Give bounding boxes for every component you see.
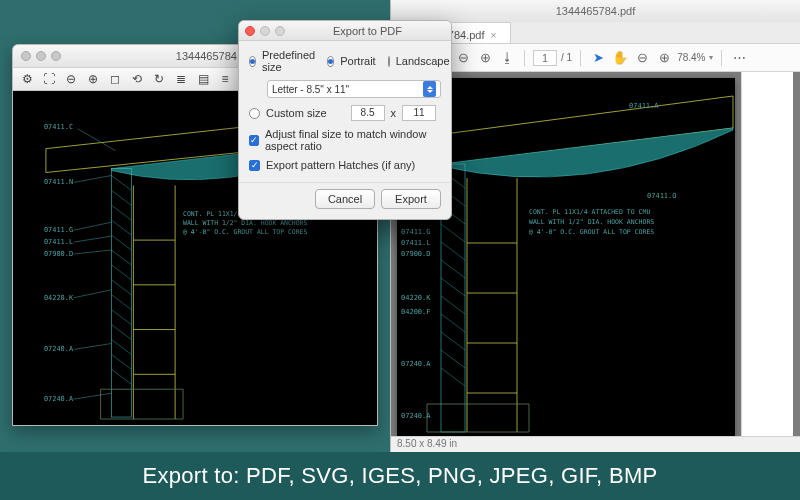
pdf-label: 07240.A bbox=[401, 360, 431, 368]
zoom-out-icon[interactable]: ⊖ bbox=[61, 70, 81, 88]
layers-icon[interactable]: ≣ bbox=[171, 70, 191, 88]
caption-text: Export to: PDF, SVG, IGES, PNG, JPEG, GI… bbox=[142, 463, 657, 489]
chevron-updown-icon bbox=[423, 81, 436, 97]
aspect-ratio-label: Adjust final size to match window aspect… bbox=[265, 128, 441, 152]
svg-line-27 bbox=[441, 224, 465, 242]
pdf-side-panel bbox=[741, 72, 793, 436]
svg-line-34 bbox=[441, 350, 465, 368]
zoom-out-icon[interactable]: ⊖ bbox=[454, 49, 472, 67]
svg-line-28 bbox=[441, 242, 465, 260]
zoom-in-icon[interactable]: ⊕ bbox=[83, 70, 103, 88]
cursor-icon[interactable]: ➤ bbox=[589, 49, 607, 67]
pdf-label: 07411.G bbox=[401, 228, 431, 236]
pdf-status-bar: 8.50 x 8.49 in bbox=[391, 436, 800, 452]
download-icon[interactable]: ⭳ bbox=[498, 49, 516, 67]
pdf-note: CONT. PL 11X1/4 ATTACHED TO CMU bbox=[529, 208, 650, 216]
pdf-note: @ 4'-0" O.C. GROUT ALL TOP CORES bbox=[529, 228, 654, 236]
svg-line-12 bbox=[112, 340, 132, 355]
dialog-title: Export to PDF bbox=[290, 25, 445, 37]
export-to-pdf-dialog: Export to PDF Predefined size Portrait L… bbox=[238, 20, 452, 220]
cad-label: 07411.N bbox=[44, 178, 73, 186]
svg-line-11 bbox=[112, 325, 132, 340]
pdf-page-dimensions: 8.50 x 8.49 in bbox=[397, 438, 457, 449]
pdf-label: 07411.O bbox=[647, 192, 677, 200]
pdf-titlebar: 1344465784.pdf bbox=[391, 0, 800, 22]
pdf-page-area[interactable]: 07411.A 07411.O 07411.G 07411.L 07900.D … bbox=[391, 72, 800, 436]
zoom-icon[interactable] bbox=[51, 51, 61, 61]
pdf-note: WALL WITH 1/2" DIA. HOOK ANCHORS bbox=[529, 218, 654, 226]
svg-line-14 bbox=[112, 369, 132, 384]
by-label: x bbox=[391, 107, 397, 119]
landscape-label: Landscape bbox=[396, 55, 450, 67]
svg-line-17 bbox=[74, 222, 112, 230]
predefined-size-label: Predefined size bbox=[262, 49, 315, 73]
redraw-icon[interactable]: ≡ bbox=[215, 70, 235, 88]
dialog-titlebar: Export to PDF bbox=[239, 21, 451, 41]
svg-line-4 bbox=[112, 220, 132, 235]
zoom-percent[interactable]: 78.4% bbox=[677, 52, 705, 63]
landscape-radio[interactable] bbox=[388, 56, 390, 67]
aspect-ratio-checkbox[interactable] bbox=[249, 135, 259, 146]
svg-line-16 bbox=[74, 175, 112, 182]
svg-line-32 bbox=[441, 314, 465, 332]
custom-width-field[interactable]: 8.5 bbox=[351, 105, 385, 121]
zoom-out-icon[interactable]: ⊖ bbox=[633, 49, 651, 67]
cancel-button[interactable]: Cancel bbox=[315, 189, 375, 209]
paper-size-select[interactable]: Letter - 8.5" x 11" bbox=[267, 80, 441, 98]
page-current-field[interactable]: 1 bbox=[533, 50, 557, 66]
svg-line-15 bbox=[78, 129, 116, 151]
export-hatches-label: Export pattern Hatches (if any) bbox=[266, 159, 415, 171]
svg-line-10 bbox=[112, 310, 132, 325]
pdf-window-title: 1344465784.pdf bbox=[556, 5, 636, 17]
zoom-in-icon[interactable]: ⊕ bbox=[476, 49, 494, 67]
cad-label: 07411.C bbox=[44, 123, 73, 131]
minimize-icon bbox=[260, 26, 270, 36]
paper-size-value: Letter - 8.5" x 11" bbox=[272, 84, 349, 95]
measure-icon[interactable]: ▤ bbox=[193, 70, 213, 88]
svg-line-18 bbox=[74, 236, 112, 242]
pdf-label: 07411.L bbox=[401, 239, 431, 247]
svg-line-20 bbox=[74, 290, 112, 298]
cad-label: 04220.K bbox=[44, 294, 74, 302]
export-hatches-checkbox[interactable] bbox=[249, 160, 260, 171]
svg-line-35 bbox=[441, 368, 465, 386]
window-traffic-lights[interactable] bbox=[245, 26, 285, 36]
pdf-tabbar: 1344465784.pdf × bbox=[391, 22, 800, 44]
pdf-label: 07900.D bbox=[401, 250, 431, 258]
svg-line-6 bbox=[112, 250, 132, 265]
custom-height-field[interactable]: 11 bbox=[402, 105, 436, 121]
export-button[interactable]: Export bbox=[381, 189, 441, 209]
zoom-window-icon[interactable]: ◻ bbox=[105, 70, 125, 88]
fit-extents-icon[interactable]: ⛶ bbox=[39, 70, 59, 88]
marketing-caption: Export to: PDF, SVG, IGES, PNG, JPEG, GI… bbox=[0, 452, 800, 500]
predefined-size-radio[interactable] bbox=[249, 56, 256, 67]
pdf-label: 07240.A bbox=[401, 412, 431, 420]
zoom-in-icon[interactable]: ⊕ bbox=[655, 49, 673, 67]
pdf-label: 04220.K bbox=[401, 294, 431, 302]
cad-label: 07900.D bbox=[44, 250, 73, 258]
cad-label: 07240.A bbox=[44, 345, 74, 353]
window-traffic-lights[interactable] bbox=[21, 51, 61, 61]
custom-size-label: Custom size bbox=[266, 107, 327, 119]
custom-size-radio[interactable] bbox=[249, 108, 260, 119]
close-icon[interactable] bbox=[21, 51, 31, 61]
minimize-icon[interactable] bbox=[36, 51, 46, 61]
svg-line-31 bbox=[441, 296, 465, 314]
cad-note: WALL WITH 1/2" DIA. HOOK ANCHORS bbox=[183, 219, 307, 227]
svg-line-33 bbox=[441, 332, 465, 350]
more-icon[interactable]: ⋯ bbox=[730, 49, 748, 67]
close-icon[interactable]: × bbox=[491, 30, 497, 41]
pan-icon[interactable]: ⟲ bbox=[127, 70, 147, 88]
portrait-label: Portrait bbox=[340, 55, 375, 67]
gear-icon[interactable]: ⚙ bbox=[17, 70, 37, 88]
rotate-icon[interactable]: ↻ bbox=[149, 70, 169, 88]
pdf-toolbar: ☰ ✉ ⊖ ⊕ ⭳ 1 / 1 ➤ ✋ ⊖ ⊕ 78.4% ▾ ⋯ bbox=[391, 44, 800, 72]
cad-label: 07411.L bbox=[44, 238, 73, 246]
pdf-label: 04200.F bbox=[401, 308, 431, 316]
close-icon[interactable] bbox=[245, 26, 255, 36]
svg-line-2 bbox=[112, 190, 132, 205]
hand-icon[interactable]: ✋ bbox=[611, 49, 629, 67]
svg-line-5 bbox=[112, 235, 132, 250]
portrait-radio[interactable] bbox=[327, 56, 334, 67]
cad-note: @ 4'-0" O.C. GROUT ALL TOP CORES bbox=[183, 228, 307, 236]
